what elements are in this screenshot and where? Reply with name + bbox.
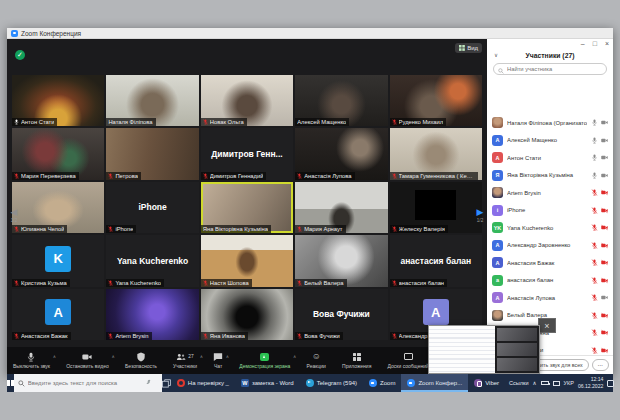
participant-search[interactable] xyxy=(493,63,607,75)
notification-center-icon[interactable] xyxy=(607,380,614,387)
taskbar-search-input[interactable] xyxy=(28,380,158,386)
chevron-up-icon[interactable]: ∧ xyxy=(53,354,56,359)
chevron-up-icon[interactable]: ∧ xyxy=(226,354,229,359)
gallery-next-button[interactable]: ▶ 1/2 xyxy=(473,207,487,223)
links-label[interactable]: Ссылки xyxy=(509,380,528,386)
participant-row[interactable]: ЯЯна Вікторівна Кузьміна xyxy=(487,167,613,185)
video-tile[interactable]: Yana KucherenkoYana Kucherenko xyxy=(106,235,198,286)
tile-name-label: Наталя Філіпова xyxy=(108,119,152,125)
participant-row[interactable]: аанастасия балан xyxy=(487,272,613,290)
video-tile[interactable]: Антон Стати xyxy=(12,75,104,126)
whiteboards-button[interactable]: Доски сообщений xyxy=(388,352,429,370)
viber-taskbar-button[interactable]: Viber xyxy=(468,374,505,392)
participant-row[interactable]: YKYana Kucherenko xyxy=(487,219,613,237)
video-tile[interactable]: Artem Brysin xyxy=(106,289,198,340)
participant-row[interactable]: Наталя Філіпова (Организатор, я) xyxy=(487,114,613,132)
tile-name-bar: Анастасия Бажак xyxy=(12,332,71,340)
mic-muted-icon xyxy=(591,189,598,196)
mute-audio-button[interactable]: Выключить звук∧ xyxy=(13,352,50,370)
security-button[interactable]: Безопасность xyxy=(125,352,157,370)
gallery-prev-button[interactable]: ◀ 1/2 xyxy=(7,207,21,223)
video-tile[interactable]: Димитров Генн...Димитров Геннадий xyxy=(201,128,293,179)
apps-button[interactable]: Приложения xyxy=(342,352,371,370)
video-tile[interactable]: Настя Шопова xyxy=(201,235,293,286)
participant-row[interactable]: iiPhone xyxy=(487,202,613,220)
video-tile[interactable]: Тамара Гуменникова ( Керівник ... xyxy=(390,128,482,179)
tile-name-label: Новак Ольга xyxy=(210,119,244,125)
participant-name: Artem Brysin xyxy=(507,190,587,196)
participant-row[interactable]: ААнастасия Бажак xyxy=(487,254,613,272)
mic-muted-icon xyxy=(392,226,397,232)
video-tile[interactable]: Руденко Михаил xyxy=(390,75,482,126)
share-preview-window[interactable]: × xyxy=(428,318,556,374)
video-tile[interactable]: Наталя Філіпова xyxy=(106,75,198,126)
participant-photo-avatar xyxy=(492,187,503,198)
video-tile[interactable]: AАнастасия Бажак xyxy=(12,289,104,340)
participant-row[interactable]: ААлександр Заровненко xyxy=(487,237,613,255)
participant-row[interactable]: Artem Brysin xyxy=(487,184,613,202)
language-indicator[interactable]: УКР xyxy=(564,380,574,386)
close-button[interactable]: × xyxy=(605,40,609,48)
zoom-meeting-taskbar-button[interactable]: Zoom Конфер... xyxy=(401,374,468,392)
participant-row[interactable]: ААнастасія Лупова xyxy=(487,289,613,307)
video-tile[interactable]: Вова ФучижиВова Фучижи xyxy=(295,289,387,340)
security-shield-icon[interactable]: ✓ xyxy=(15,50,25,60)
mic-muted-icon xyxy=(14,226,19,232)
tile-avatar: A xyxy=(45,299,71,325)
video-tile[interactable]: Петрова xyxy=(106,128,198,179)
video-tile[interactable]: Мария Арнаут xyxy=(295,182,387,233)
video-tile[interactable]: анастасия балананастасия балан xyxy=(390,235,482,286)
participant-row[interactable]: ААнтон Стати xyxy=(487,149,613,167)
video-tile[interactable]: Яна Иванова xyxy=(201,289,293,340)
participant-row[interactable]: ААлексей Мащенко xyxy=(487,132,613,150)
video-tile[interactable]: Желеску Валерія xyxy=(390,182,482,233)
video-tile[interactable]: KКристина Кузьма xyxy=(12,235,104,286)
start-button[interactable] xyxy=(7,374,14,392)
video-tile[interactable]: Белый Валера xyxy=(295,235,387,286)
tile-name-bar: Настя Шопова xyxy=(201,279,252,287)
chevron-up-icon[interactable]: ∧ xyxy=(200,354,203,359)
window-titlebar[interactable]: Zoom Конференция xyxy=(7,28,613,39)
participant-name: Алексей Мащенко xyxy=(507,137,587,143)
mic-muted-icon xyxy=(392,280,397,286)
participant-search-input[interactable] xyxy=(507,66,602,72)
chat-button[interactable]: Чат∧ xyxy=(213,352,223,370)
more-options-button[interactable]: ⋯ xyxy=(592,359,609,371)
chevron-up-icon[interactable]: ∧ xyxy=(293,354,296,359)
share-screen-button[interactable]: Демонстрация экрана∧ xyxy=(239,352,290,370)
participant-status-icons xyxy=(591,277,608,284)
minimize-button[interactable]: – xyxy=(581,40,585,48)
chevron-up-icon[interactable]: ∧ xyxy=(111,354,114,359)
video-tile[interactable]: Мария Переверзева xyxy=(12,128,104,179)
clock[interactable]: 12:14 06.12.2022 xyxy=(578,376,604,389)
video-tile[interactable]: Новак Ольга xyxy=(201,75,293,126)
video-tile[interactable]: Алексей Мащенко xyxy=(295,75,387,126)
screen: Zoom Конференция ✓ Вид Антон СтатиНаталя… xyxy=(0,0,620,420)
chevron-down-icon[interactable]: ∨ xyxy=(494,52,498,58)
participants-button[interactable]: 27Участники∧ xyxy=(173,352,197,370)
tile-name-label: Юлианна Челой xyxy=(21,226,64,232)
tile-name-bar: iPhone xyxy=(106,225,136,233)
tile-name-label: Тамара Гуменникова ( Керівник ... xyxy=(399,173,476,179)
toolbar-label: Остановить видео xyxy=(66,363,109,369)
share-preview-thumbnail[interactable] xyxy=(428,325,540,374)
taskbar-search[interactable] xyxy=(14,374,162,392)
chevron-up-icon[interactable]: ∧ xyxy=(532,380,536,386)
opera-taskbar-button[interactable]: На перевірку _ xyxy=(171,374,235,392)
zoom-taskbar-button[interactable]: Zoom xyxy=(363,374,401,392)
video-tile[interactable]: iPhoneiPhone xyxy=(106,182,198,233)
view-button[interactable]: Вид xyxy=(455,43,482,53)
mic-muted-icon xyxy=(392,333,397,339)
telegram-taskbar-button[interactable]: Telegram (594) xyxy=(300,374,363,392)
tile-name-label: Белый Валера xyxy=(304,280,343,286)
video-tile[interactable]: Яна Вікторівна Кузьміна xyxy=(201,182,293,233)
maximize-button[interactable]: □ xyxy=(593,40,597,48)
task-view-button[interactable] xyxy=(162,374,171,392)
stop-video-button[interactable]: Остановить видео∧ xyxy=(66,352,109,370)
video-tile[interactable]: Анастасія Лупова xyxy=(295,128,387,179)
mic-muted-icon xyxy=(203,119,208,125)
close-icon[interactable]: × xyxy=(538,318,556,333)
reactions-button[interactable]: ☺Реакции xyxy=(307,352,326,370)
video-tile[interactable]: Юлианна Челой xyxy=(12,182,104,233)
word-taskbar-button[interactable]: Wзаметка - Word xyxy=(235,374,300,392)
